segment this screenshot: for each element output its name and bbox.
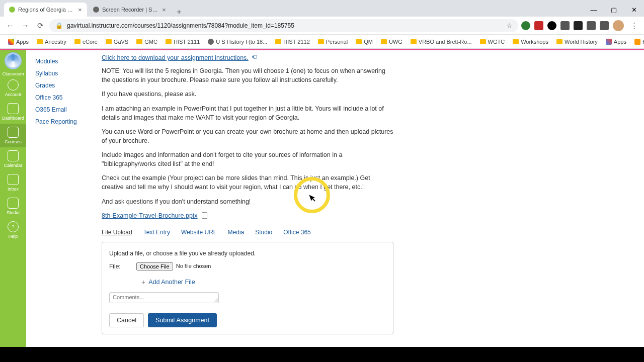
tab-file-upload[interactable]: File Upload [102, 228, 132, 239]
close-button[interactable]: ✕ [624, 3, 644, 17]
address-bar[interactable]: 🔒 gavirtual.instructure.com/courses/1120… [49, 19, 518, 32]
window-controls: — ▢ ✕ [584, 3, 644, 17]
help-icon: ? [8, 221, 19, 232]
bookmark-item[interactable]: eCore [70, 39, 102, 45]
example-file-link[interactable]: 8th-Example-Travel-Brochure.pptx [102, 212, 198, 219]
instruction-check: Check out the example (Your project can … [102, 173, 393, 192]
tab-media[interactable]: Media [228, 228, 245, 239]
tab-text-entry[interactable]: Text Entry [143, 228, 170, 239]
nav-help[interactable]: ? Help [0, 218, 26, 242]
browser-tab-active[interactable]: Regions of Georgia Brochure As × [4, 3, 87, 17]
folder-icon [136, 39, 142, 44]
folder-icon [411, 39, 417, 44]
calendar-icon [8, 150, 19, 161]
choose-file-button[interactable]: Choose File [136, 262, 173, 270]
folder-icon [356, 39, 362, 44]
extension-icon[interactable] [547, 21, 556, 30]
course-nav: Modules Syllabus Grades Office 365 O365 … [26, 50, 99, 347]
close-icon[interactable]: × [162, 7, 166, 13]
tab-favicon [9, 7, 15, 13]
add-another-file-link[interactable]: + Add Another File [141, 277, 386, 287]
nav-studio[interactable]: Studio [0, 195, 26, 218]
page-icon [208, 39, 214, 45]
tab-title: Screen Recorder | Screencast-O [102, 7, 159, 13]
courses-icon [8, 127, 19, 138]
extension-icon[interactable] [534, 21, 543, 30]
bookmark-item[interactable]: UWG [377, 39, 407, 45]
page-icon [634, 39, 640, 45]
extension-icon[interactable] [521, 21, 530, 30]
bookmark-item[interactable]: Ancestry [33, 39, 70, 45]
tab-website-url[interactable]: Website URL [181, 228, 216, 239]
folder-icon [381, 39, 387, 44]
tab-studio[interactable]: Studio [255, 228, 272, 239]
folder-icon [106, 39, 112, 44]
cancel-button[interactable]: Cancel [109, 313, 144, 327]
forward-button[interactable]: → [19, 20, 31, 32]
folder-icon [480, 39, 486, 44]
browser-tab-inactive[interactable]: Screen Recorder | Screencast-O × [88, 3, 171, 17]
external-link-icon [252, 54, 257, 59]
menu-icon[interactable]: ⋮ [628, 20, 640, 32]
minimize-button[interactable]: — [584, 3, 604, 17]
tab-title: Regions of Georgia Brochure As [18, 7, 74, 13]
extensions: ⋮ [521, 20, 640, 32]
new-tab-button[interactable]: + [172, 8, 186, 17]
instruction-tool: You can use Word or PowerPoint or you ca… [102, 127, 393, 145]
lock-icon: 🔒 [55, 22, 63, 29]
tab-office365[interactable]: Office 365 [283, 228, 310, 239]
nav-calendar[interactable]: Calendar [0, 147, 26, 171]
browser-toolbar: ← → ⟳ 🔒 gavirtual.instructure.com/course… [0, 17, 644, 35]
instruction-images: Include images and information and don't… [102, 150, 393, 168]
bookmark-item[interactable]: Personal [314, 39, 352, 45]
bookmark-item[interactable]: World History [552, 39, 602, 45]
extension-icon[interactable] [560, 21, 570, 30]
bookmark-item[interactable]: U S History I (to 18... [204, 39, 271, 45]
bookmark-apps[interactable]: Apps [4, 39, 33, 45]
bookmarks-bar: Apps Ancestry eCore GaVS GMC HIST 2111 U… [0, 35, 644, 49]
bookmark-item[interactable]: Workshops [509, 39, 552, 45]
back-button[interactable]: ← [4, 20, 16, 32]
upload-panel: Upload a file, or choose a file you've a… [102, 242, 393, 334]
course-nav-grades[interactable]: Grades [35, 79, 93, 92]
folder-icon [166, 39, 172, 44]
nav-account[interactable]: Account [0, 76, 26, 100]
course-nav-pace[interactable]: Pace Reporting [35, 116, 93, 128]
bookmark-item[interactable]: Kindle Cloud Reader [630, 39, 644, 45]
institution-logo[interactable] [5, 52, 22, 69]
nav-dashboard[interactable]: Dashboard [0, 100, 26, 124]
extension-icon[interactable] [587, 21, 596, 30]
reload-button[interactable]: ⟳ [34, 20, 46, 32]
comments-input[interactable] [109, 292, 219, 303]
folder-icon [513, 39, 519, 44]
course-nav-office365[interactable]: Office 365 [35, 92, 93, 104]
course-nav-o365email[interactable]: O365 Email [35, 104, 93, 116]
extensions-menu-icon[interactable] [600, 21, 609, 30]
windows-taskbar[interactable] [0, 347, 644, 362]
global-nav: Classroom Account Dashboard Courses Cale… [0, 50, 26, 347]
folder-icon [275, 39, 281, 44]
download-instructions-link[interactable]: Click here to download your assignment i… [102, 54, 249, 61]
dashboard-icon [8, 103, 19, 114]
nav-courses[interactable]: Courses [0, 124, 26, 147]
course-nav-syllabus[interactable]: Syllabus [35, 67, 93, 79]
bookmark-item[interactable]: QM [352, 39, 377, 45]
course-nav-modules[interactable]: Modules [35, 55, 93, 67]
nav-inbox[interactable]: Inbox [0, 171, 26, 195]
close-icon[interactable]: × [77, 7, 82, 13]
extension-icon[interactable] [574, 21, 583, 30]
profile-avatar[interactable] [613, 20, 624, 31]
bookmark-item[interactable]: WGTC [476, 39, 509, 45]
account-icon [8, 79, 19, 90]
bookmark-item[interactable]: HIST 2112 [271, 39, 313, 45]
logo-label: Classroom [2, 71, 24, 76]
bookmark-item[interactable]: HIST 2111 [162, 39, 204, 45]
bookmark-item[interactable]: GaVS [102, 39, 132, 45]
bookmark-item[interactable]: Apps [602, 39, 630, 45]
bookmark-item[interactable]: GMC [132, 39, 162, 45]
instruction-note: NOTE: You will list the 5 regions in Geo… [102, 66, 393, 84]
maximize-button[interactable]: ▢ [604, 3, 624, 17]
bookmark-item[interactable]: VRBO and Brett-Ro... [407, 39, 476, 45]
star-icon[interactable]: ☆ [507, 22, 512, 29]
submit-assignment-button[interactable]: Submit Assignment [148, 313, 217, 327]
